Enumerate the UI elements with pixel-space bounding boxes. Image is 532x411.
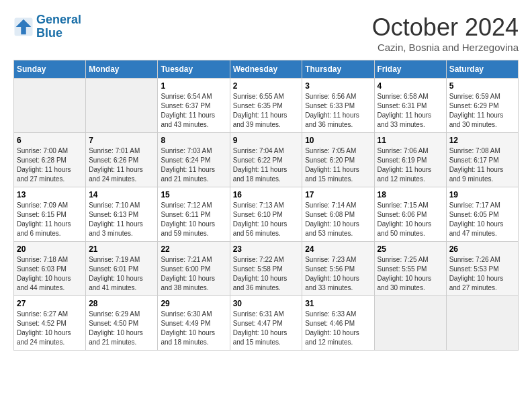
day-cell	[374, 296, 446, 351]
day-cell: 2Sunrise: 6:55 AM Sunset: 6:35 PM Daylig…	[230, 79, 302, 133]
day-number: 15	[161, 190, 226, 199]
day-cell: 11Sunrise: 7:06 AM Sunset: 6:19 PM Dayli…	[374, 133, 446, 187]
location: Cazin, Bosnia and Herzegovina	[372, 42, 519, 53]
day-number: 17	[305, 190, 371, 199]
title-block: October 2024 Cazin, Bosnia and Herzegovi…	[372, 13, 519, 53]
day-number: 28	[89, 299, 154, 308]
day-info: Sunrise: 6:29 AM Sunset: 4:50 PM Dayligh…	[89, 310, 154, 347]
day-cell: 10Sunrise: 7:05 AM Sunset: 6:20 PM Dayli…	[302, 133, 374, 187]
day-number: 10	[305, 136, 371, 145]
day-cell: 28Sunrise: 6:29 AM Sunset: 4:50 PM Dayli…	[86, 296, 158, 351]
day-info: Sunrise: 7:18 AM Sunset: 6:03 PM Dayligh…	[17, 255, 83, 293]
day-cell: 21Sunrise: 7:19 AM Sunset: 6:01 PM Dayli…	[86, 242, 158, 296]
day-info: Sunrise: 7:05 AM Sunset: 6:20 PM Dayligh…	[305, 146, 371, 184]
week-row-2: 6Sunrise: 7:00 AM Sunset: 6:28 PM Daylig…	[14, 133, 519, 187]
calendar-body: 1Sunrise: 6:54 AM Sunset: 6:37 PM Daylig…	[14, 79, 519, 351]
day-info: Sunrise: 7:01 AM Sunset: 6:26 PM Dayligh…	[89, 146, 154, 184]
day-number: 2	[233, 81, 300, 91]
day-cell: 1Sunrise: 6:54 AM Sunset: 6:37 PM Daylig…	[158, 79, 230, 133]
day-number: 4	[378, 81, 443, 91]
header-row: SundayMondayTuesdayWednesdayThursdayFrid…	[14, 60, 519, 79]
day-number: 31	[305, 299, 371, 308]
day-info: Sunrise: 7:23 AM Sunset: 5:56 PM Dayligh…	[305, 255, 371, 293]
column-header-monday: Monday	[86, 60, 158, 79]
day-info: Sunrise: 6:56 AM Sunset: 6:33 PM Dayligh…	[305, 92, 371, 130]
day-cell: 20Sunrise: 7:18 AM Sunset: 6:03 PM Dayli…	[14, 242, 86, 296]
day-info: Sunrise: 6:33 AM Sunset: 4:46 PM Dayligh…	[305, 310, 371, 347]
day-cell	[14, 79, 86, 133]
day-info: Sunrise: 7:22 AM Sunset: 5:58 PM Dayligh…	[233, 255, 300, 293]
day-info: Sunrise: 7:21 AM Sunset: 6:00 PM Dayligh…	[161, 255, 226, 293]
day-number: 16	[233, 190, 300, 199]
day-number: 8	[161, 136, 226, 145]
day-cell: 30Sunrise: 6:31 AM Sunset: 4:47 PM Dayli…	[230, 296, 302, 351]
column-header-wednesday: Wednesday	[230, 60, 302, 79]
day-number: 20	[17, 244, 83, 254]
day-cell: 22Sunrise: 7:21 AM Sunset: 6:00 PM Dayli…	[158, 242, 230, 296]
day-number: 6	[17, 136, 83, 145]
week-row-3: 13Sunrise: 7:09 AM Sunset: 6:15 PM Dayli…	[14, 187, 519, 242]
day-info: Sunrise: 7:09 AM Sunset: 6:15 PM Dayligh…	[17, 201, 83, 238]
logo: General Blue	[13, 13, 81, 40]
day-info: Sunrise: 7:13 AM Sunset: 6:10 PM Dayligh…	[233, 201, 300, 238]
day-cell: 8Sunrise: 7:03 AM Sunset: 6:24 PM Daylig…	[158, 133, 230, 187]
day-info: Sunrise: 6:58 AM Sunset: 6:31 PM Dayligh…	[378, 92, 443, 130]
day-cell: 5Sunrise: 6:59 AM Sunset: 6:29 PM Daylig…	[446, 79, 518, 133]
day-number: 26	[449, 244, 515, 254]
day-info: Sunrise: 6:59 AM Sunset: 6:29 PM Dayligh…	[449, 92, 515, 130]
day-info: Sunrise: 7:06 AM Sunset: 6:19 PM Dayligh…	[378, 146, 443, 184]
day-cell: 23Sunrise: 7:22 AM Sunset: 5:58 PM Dayli…	[230, 242, 302, 296]
day-info: Sunrise: 7:17 AM Sunset: 6:05 PM Dayligh…	[449, 201, 515, 238]
logo-text: General Blue	[36, 13, 81, 40]
day-info: Sunrise: 7:14 AM Sunset: 6:08 PM Dayligh…	[305, 201, 371, 238]
day-number: 22	[161, 244, 226, 254]
day-info: Sunrise: 7:08 AM Sunset: 6:17 PM Dayligh…	[449, 146, 515, 184]
day-info: Sunrise: 6:31 AM Sunset: 4:47 PM Dayligh…	[233, 310, 300, 347]
week-row-4: 20Sunrise: 7:18 AM Sunset: 6:03 PM Dayli…	[14, 242, 519, 296]
day-number: 12	[449, 136, 515, 145]
day-cell: 6Sunrise: 7:00 AM Sunset: 6:28 PM Daylig…	[14, 133, 86, 187]
day-number: 29	[161, 299, 226, 308]
day-cell: 13Sunrise: 7:09 AM Sunset: 6:15 PM Dayli…	[14, 187, 86, 242]
column-header-thursday: Thursday	[302, 60, 374, 79]
day-cell: 15Sunrise: 7:12 AM Sunset: 6:11 PM Dayli…	[158, 187, 230, 242]
day-cell: 31Sunrise: 6:33 AM Sunset: 4:46 PM Dayli…	[302, 296, 374, 351]
calendar-header: SundayMondayTuesdayWednesdayThursdayFrid…	[14, 60, 519, 79]
day-cell: 14Sunrise: 7:10 AM Sunset: 6:13 PM Dayli…	[86, 187, 158, 242]
day-info: Sunrise: 7:15 AM Sunset: 6:06 PM Dayligh…	[378, 201, 443, 238]
day-number: 1	[161, 81, 226, 91]
week-row-5: 27Sunrise: 6:27 AM Sunset: 4:52 PM Dayli…	[14, 296, 519, 351]
day-number: 23	[233, 244, 300, 254]
day-info: Sunrise: 7:10 AM Sunset: 6:13 PM Dayligh…	[89, 201, 154, 238]
page-header: General Blue October 2024 Cazin, Bosnia …	[13, 13, 519, 53]
day-number: 18	[378, 190, 443, 199]
day-number: 7	[89, 136, 154, 145]
day-info: Sunrise: 6:30 AM Sunset: 4:49 PM Dayligh…	[161, 310, 226, 347]
day-cell: 26Sunrise: 7:26 AM Sunset: 5:53 PM Dayli…	[446, 242, 518, 296]
column-header-friday: Friday	[374, 60, 446, 79]
day-number: 3	[305, 81, 371, 91]
week-row-1: 1Sunrise: 6:54 AM Sunset: 6:37 PM Daylig…	[14, 79, 519, 133]
day-cell: 24Sunrise: 7:23 AM Sunset: 5:56 PM Dayli…	[302, 242, 374, 296]
day-cell	[446, 296, 518, 351]
column-header-tuesday: Tuesday	[158, 60, 230, 79]
day-cell: 18Sunrise: 7:15 AM Sunset: 6:06 PM Dayli…	[374, 187, 446, 242]
day-number: 25	[378, 244, 443, 254]
day-number: 27	[17, 299, 83, 308]
day-number: 5	[449, 81, 515, 91]
day-cell: 29Sunrise: 6:30 AM Sunset: 4:49 PM Dayli…	[158, 296, 230, 351]
day-info: Sunrise: 7:25 AM Sunset: 5:55 PM Dayligh…	[378, 255, 443, 293]
day-number: 13	[17, 190, 83, 199]
day-number: 14	[89, 190, 154, 199]
day-info: Sunrise: 6:27 AM Sunset: 4:52 PM Dayligh…	[17, 310, 83, 347]
logo-icon	[13, 17, 34, 37]
day-cell: 7Sunrise: 7:01 AM Sunset: 6:26 PM Daylig…	[86, 133, 158, 187]
day-info: Sunrise: 6:55 AM Sunset: 6:35 PM Dayligh…	[233, 92, 300, 130]
day-number: 19	[449, 190, 515, 199]
day-cell: 9Sunrise: 7:04 AM Sunset: 6:22 PM Daylig…	[230, 133, 302, 187]
day-info: Sunrise: 7:26 AM Sunset: 5:53 PM Dayligh…	[449, 255, 515, 293]
day-info: Sunrise: 6:54 AM Sunset: 6:37 PM Dayligh…	[161, 92, 226, 130]
day-info: Sunrise: 7:04 AM Sunset: 6:22 PM Dayligh…	[233, 146, 300, 184]
day-number: 11	[378, 136, 443, 145]
day-info: Sunrise: 7:19 AM Sunset: 6:01 PM Dayligh…	[89, 255, 154, 293]
